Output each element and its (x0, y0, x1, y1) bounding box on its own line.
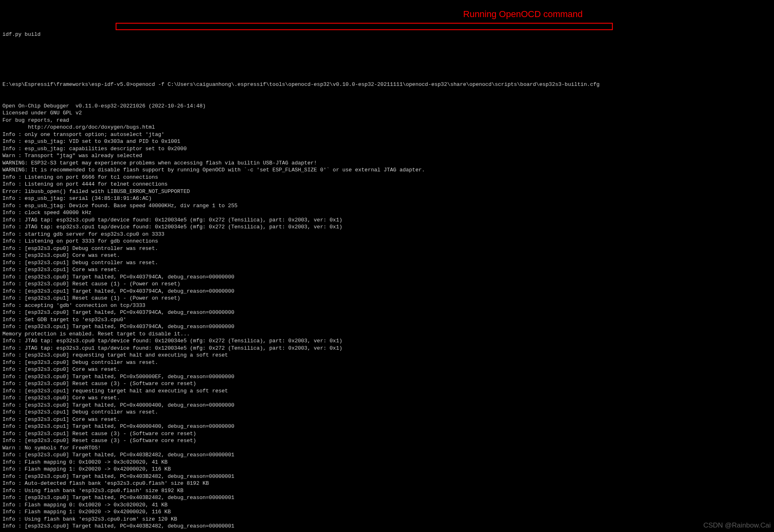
log-line: http://openocd.org/doc/doxygen/bugs.html (2, 124, 772, 131)
prompt-line: E:\esp\Espressif\frameworks\esp-idf-v5.0… (2, 81, 772, 88)
log-line: Info : [esp32s3.cpu0] Target halted, PC=… (2, 523, 772, 530)
log-line: Info : [esp32s3.cpu0] requesting target … (2, 352, 772, 359)
log-line: Info : [esp32s3.cpu1] Target halted, PC=… (2, 423, 772, 430)
terminal-log-output: Open On-Chip Debugger v0.11.0-esp32-2022… (2, 103, 772, 530)
log-line: Info : [esp32s3.cpu1] Target halted, PC=… (2, 323, 772, 331)
log-line: Info : [esp32s3.cpu1] Debug controller w… (2, 259, 772, 267)
log-line: Info : [esp32s3.cpu0] Target halted, PC=… (2, 373, 772, 381)
log-line: Info : [esp32s3.cpu0] Target halted, PC=… (2, 451, 772, 459)
log-line: Info : starting gdb server for esp32s3.c… (2, 231, 772, 238)
log-line: Info : [esp32s3.cpu0] Reset cause (3) - … (2, 380, 772, 388)
prompt-path: E:\esp\Espressif\frameworks\esp-idf-v5.0… (2, 81, 133, 88)
log-line: Warn : Transport "jtag" was already sele… (2, 152, 772, 160)
log-line: Error: libusb_open() failed with LIBUSB_… (2, 188, 772, 195)
log-line: Info : [esp32s3.cpu0] Core was reset. (2, 366, 772, 373)
log-line: Info : Flash mapping 0: 0x10020 -> 0x3c0… (2, 459, 772, 466)
log-line: WARNING: ESP32-S3 target may experience … (2, 160, 772, 167)
log-line: Warn : No symbols for FreeRTOS! (2, 444, 772, 452)
log-line: Info : [esp32s3.cpu0] Reset cause (1) - … (2, 280, 772, 288)
log-line: Info : Set GDB target to 'esp32s3.cpu0' (2, 316, 772, 324)
log-line: WARNING: It is recommended to disable fl… (2, 166, 772, 174)
log-line: Info : Auto-detected flash bank 'esp32s3… (2, 480, 772, 487)
log-line: Info : [esp32s3.cpu0] Target halted, PC=… (2, 309, 772, 316)
log-line: Info : [esp32s3.cpu1] Reset cause (3) - … (2, 430, 772, 438)
log-line: Info : Listening on port 4444 for telnet… (2, 181, 772, 188)
log-line: Info : [esp32s3.cpu0] Core was reset. (2, 252, 772, 259)
log-line: Info : Flash mapping 0: 0x10020 -> 0x3c0… (2, 501, 772, 509)
log-line: Info : [esp32s3.cpu0] Debug controller w… (2, 359, 772, 366)
log-line: Info : [esp32s3.cpu1] Core was reset. (2, 266, 772, 274)
log-line: Info : esp_usb_jtag: capabilities descri… (2, 145, 772, 153)
log-line: Info : Using flash bank 'esp32s3.cpu0.fl… (2, 487, 772, 495)
log-line: Info : [esp32s3.cpu0] Target halted, PC=… (2, 274, 772, 281)
log-line: Info : Flash mapping 1: 0x20020 -> 0x420… (2, 508, 772, 516)
log-line: Info : [esp32s3.cpu1] Reset cause (1) - … (2, 295, 772, 302)
log-line: For bug reports, read (2, 117, 772, 124)
log-line: Info : [esp32s3.cpu0] Debug controller w… (2, 245, 772, 252)
terminal-title: idf.py build (2, 31, 772, 38)
log-line: Memory protection is enabled. Reset targ… (2, 331, 772, 338)
annotation-label: Running OpenOCD command (463, 11, 583, 18)
annotation-highlight-box (116, 23, 613, 30)
log-line: Info : [esp32s3.cpu1] Debug controller w… (2, 409, 772, 416)
log-line: Info : [esp32s3.cpu1] requesting target … (2, 388, 772, 395)
log-line: Info : Using flash bank 'esp32s3.cpu0.ir… (2, 516, 772, 523)
log-line: Open On-Chip Debugger v0.11.0-esp32-2022… (2, 103, 772, 110)
log-line: Info : [esp32s3.cpu0] Core was reset. (2, 394, 772, 402)
log-line: Info : [esp32s3.cpu1] Target halted, PC=… (2, 288, 772, 295)
log-line: Licensed under GNU GPL v2 (2, 109, 772, 117)
log-line: Info : Flash mapping 1: 0x20020 -> 0x420… (2, 466, 772, 473)
log-line: Info : only one transport option; autose… (2, 131, 772, 138)
log-line: Info : [esp32s3.cpu0] Target halted, PC=… (2, 494, 772, 501)
log-line: Info : esp_usb_jtag: VID set to 0x303a a… (2, 138, 772, 145)
log-line: Info : JTAG tap: esp32s3.cpu1 tap/device… (2, 223, 772, 231)
log-line: Info : [esp32s3.cpu1] Core was reset. (2, 416, 772, 423)
log-line: Info : esp_usb_jtag: serial (34:85:18:91… (2, 195, 772, 202)
log-line: Info : Listening on port 3333 for gdb co… (2, 238, 772, 245)
log-line: Info : esp_usb_jtag: Device found. Base … (2, 202, 772, 210)
log-line: Info : clock speed 40000 kHz (2, 209, 772, 217)
log-line: Info : JTAG tap: esp32s3.cpu1 tap/device… (2, 345, 772, 352)
log-line: Info : JTAG tap: esp32s3.cpu0 tap/device… (2, 337, 772, 345)
log-line: Info : JTAG tap: esp32s3.cpu0 tap/device… (2, 217, 772, 224)
log-line: Info : [esp32s3.cpu0] Reset cause (3) - … (2, 437, 772, 444)
log-line: Info : Listening on port 6666 for tcl co… (2, 174, 772, 181)
log-line: Info : [esp32s3.cpu0] Target halted, PC=… (2, 402, 772, 409)
log-line: Info : accepting 'gdb' connection on tcp… (2, 302, 772, 309)
log-line: Info : [esp32s3.cpu0] Target halted, PC=… (2, 473, 772, 480)
openocd-command: openocd -f C:\Users\caiguanhong\.espress… (133, 81, 600, 88)
watermark: CSDN @Rainbow.Cai (703, 522, 771, 529)
